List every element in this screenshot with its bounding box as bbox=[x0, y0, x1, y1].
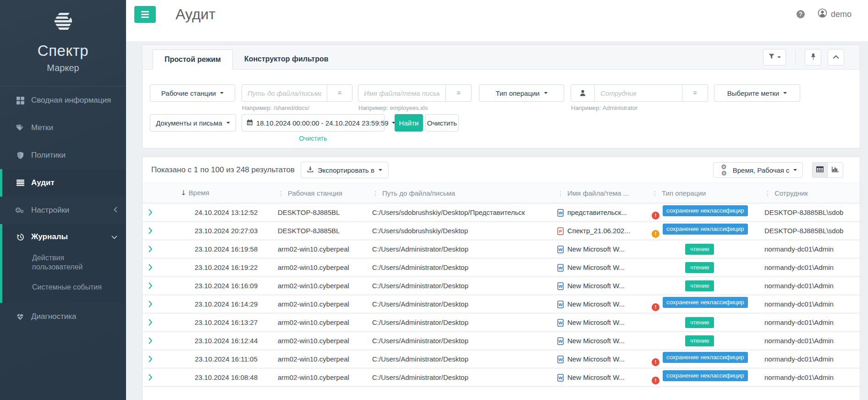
caret-icon bbox=[777, 56, 781, 58]
path-cell: C:/Users/Administrator/Desktop bbox=[366, 240, 551, 258]
pin-filter-button[interactable] bbox=[805, 49, 821, 66]
station-cell: arm02-win10.cyberpeal bbox=[272, 368, 366, 387]
clear-button[interactable]: Очистить bbox=[425, 114, 459, 132]
table-row[interactable]: 23.10.2024 16:14:29arm02-win10.cyberpeal… bbox=[143, 295, 860, 313]
document-type-dropdown[interactable]: Документы и письма bbox=[150, 114, 236, 132]
employee-input[interactable] bbox=[595, 85, 682, 101]
view-toggle bbox=[812, 162, 843, 178]
sidebar-item-policies[interactable]: Политики bbox=[0, 142, 126, 169]
file-cell: WNew Microsoft W... bbox=[551, 350, 646, 368]
file-cell: WNew Microsoft W... bbox=[551, 368, 646, 387]
path-cell: C:/Users/Administrator/Desktop bbox=[366, 258, 551, 277]
expand-row-icon[interactable] bbox=[143, 295, 175, 313]
table-header-row: ↓Время ⋮Рабочая станция ⋮Путь до файла/п… bbox=[143, 183, 860, 203]
sidebar-item-user-actions[interactable]: Действия пользователей bbox=[0, 250, 126, 276]
sidebar-item-label: Сводная информация bbox=[31, 96, 111, 105]
spektr-logo-icon bbox=[52, 11, 74, 36]
word-file-icon: W bbox=[557, 300, 567, 308]
date-range-picker[interactable]: 18.10.2024 00:00:00 - 24.10.2024 23:59:5… bbox=[242, 114, 385, 132]
sidebar-item-settings[interactable]: ⚙⚙ Настройки bbox=[0, 197, 126, 224]
sidebar-item-labels[interactable]: Метки bbox=[0, 114, 126, 142]
caret-icon bbox=[220, 92, 224, 94]
word-file-icon: W bbox=[557, 245, 567, 253]
table-row[interactable]: 23.10.2024 16:11:05arm02-win10.cyberpeal… bbox=[143, 350, 860, 368]
path-cell: C:/Users/Administrator/Desktop bbox=[366, 350, 551, 368]
caret-icon bbox=[379, 169, 382, 171]
expand-row-icon[interactable] bbox=[143, 350, 175, 368]
sidebar-item-diagnostics[interactable]: Диагностика bbox=[0, 303, 126, 330]
file-cell: WNew Microsoft W... bbox=[551, 277, 646, 295]
expand-row-icon[interactable] bbox=[143, 258, 175, 277]
table-row[interactable]: 23.10.2024 16:13:27arm02-win10.cyberpeal… bbox=[143, 313, 860, 332]
column-header-file[interactable]: ⋮Имя файла/тема ... bbox=[551, 183, 646, 203]
sidebar-item-system-events[interactable]: Системные события bbox=[0, 279, 126, 296]
caret-icon bbox=[544, 92, 548, 94]
table-row[interactable]: 23.10.2024 16:08:48arm02-win10.cyberpeal… bbox=[143, 368, 860, 387]
expand-row-icon[interactable] bbox=[143, 277, 175, 295]
svg-text:W: W bbox=[559, 247, 563, 252]
search-button[interactable]: Найти bbox=[395, 114, 423, 132]
tab-simple-mode[interactable]: Простой режим bbox=[153, 49, 233, 70]
table-row[interactable]: 23.10.2024 16:19:58arm02-win10.cyberpeal… bbox=[143, 240, 860, 258]
column-header-operation[interactable]: ⋮Тип операции bbox=[646, 183, 758, 203]
table-view-button[interactable] bbox=[812, 162, 828, 178]
station-cell: arm02-win10.cyberpeal bbox=[272, 350, 366, 368]
expand-row-icon[interactable] bbox=[143, 240, 175, 258]
expand-row-icon[interactable] bbox=[143, 368, 175, 387]
table-row[interactable]: 23.10.2024 16:16:09arm02-win10.cyberpeal… bbox=[143, 277, 860, 295]
workstations-dropdown[interactable]: Рабочие станции bbox=[150, 84, 235, 102]
table-row[interactable]: 24.10.2024 13:12:52DESKTOP-8J885BLC:/Use… bbox=[143, 203, 860, 222]
sidebar-item-audit[interactable]: Аудит bbox=[0, 169, 126, 197]
page-title: Аудит bbox=[176, 6, 215, 23]
collapse-filters-button[interactable] bbox=[828, 49, 844, 66]
table-row[interactable]: 23.10.2024 16:19:22arm02-win10.cyberpeal… bbox=[143, 258, 860, 277]
operation-type-dropdown[interactable]: Тип операции bbox=[479, 84, 564, 102]
operation-badge: чтение bbox=[685, 335, 714, 346]
labels-dropdown[interactable]: Выберите метки bbox=[714, 84, 800, 102]
audit-table: ↓Время ⋮Рабочая станция ⋮Путь до файла/п… bbox=[143, 183, 860, 400]
columns-selector-dropdown[interactable]: ⚙ ⚙︎ Время, Рабочая ста... bbox=[713, 162, 803, 178]
employee-cell: DESKTOP-8J885BL\sdob bbox=[758, 203, 860, 222]
word-file-icon: W bbox=[557, 373, 567, 381]
chart-view-button[interactable] bbox=[828, 162, 843, 178]
name-operator-addon[interactable]: = bbox=[445, 85, 471, 101]
employee-cell: DESKTOP-8J885BL\sdob bbox=[758, 222, 860, 240]
file-name-input[interactable] bbox=[358, 85, 445, 101]
table-row[interactable]: 23.10.2024 20:27:03DESKTOP-8J885BLC:/Use… bbox=[143, 222, 860, 240]
filter-presets-button[interactable] bbox=[763, 49, 786, 66]
file-cell: PСпектр_21.06.202... bbox=[551, 222, 646, 240]
sort-icon: ⋮ bbox=[557, 190, 564, 197]
user-menu[interactable]: demo bbox=[818, 8, 852, 20]
path-operator-addon[interactable]: = bbox=[327, 85, 352, 101]
tab-filter-builder[interactable]: Конструктор фильтров bbox=[233, 49, 340, 69]
svg-text:W: W bbox=[559, 320, 563, 325]
operation-cell: чтение bbox=[646, 332, 758, 350]
employee-cell: normandy-dc01\Admin bbox=[758, 313, 860, 332]
expand-row-icon[interactable] bbox=[143, 332, 175, 350]
expand-row-icon[interactable] bbox=[143, 203, 175, 222]
column-header-time[interactable]: ↓Время bbox=[175, 183, 272, 203]
table-row[interactable]: 23.10.2024 16:12:44arm02-win10.cyberpeal… bbox=[143, 332, 860, 350]
sidebar-toggle-button[interactable] bbox=[134, 6, 156, 23]
help-icon[interactable]: ? bbox=[797, 10, 805, 18]
expand-row-icon[interactable] bbox=[143, 222, 175, 240]
word-file-icon: W bbox=[557, 355, 567, 363]
sidebar-item-summary[interactable]: Сводная информация bbox=[0, 87, 126, 114]
file-path-input[interactable] bbox=[242, 85, 327, 101]
expand-row-icon[interactable] bbox=[143, 313, 175, 332]
column-header-path[interactable]: ⋮Путь до файла/письма bbox=[366, 183, 551, 203]
word-file-icon: W bbox=[557, 282, 567, 290]
employee-operator-addon[interactable]: = bbox=[682, 85, 708, 101]
export-button[interactable]: Экспортировать в bbox=[301, 162, 389, 178]
results-summary: Показано с 1 по 100 из 248 результатов bbox=[151, 165, 295, 175]
clear-date-link[interactable]: Очистить bbox=[242, 135, 385, 142]
svg-text:W: W bbox=[559, 265, 563, 270]
column-header-employee[interactable]: ⋮Сотрудник bbox=[758, 183, 860, 203]
file-cell: WNew Microsoft W... bbox=[551, 332, 646, 350]
time-cell: 23.10.2024 16:12:44 bbox=[175, 332, 272, 350]
sidebar-item-journals[interactable]: Журналы bbox=[0, 224, 126, 250]
svg-text:P: P bbox=[559, 229, 562, 234]
file-cell: WNew Microsoft W... bbox=[551, 258, 646, 277]
column-header-station[interactable]: ⋮Рабочая станция bbox=[272, 183, 366, 203]
results-panel: Показано с 1 по 100 из 248 результатов Э… bbox=[142, 157, 860, 400]
